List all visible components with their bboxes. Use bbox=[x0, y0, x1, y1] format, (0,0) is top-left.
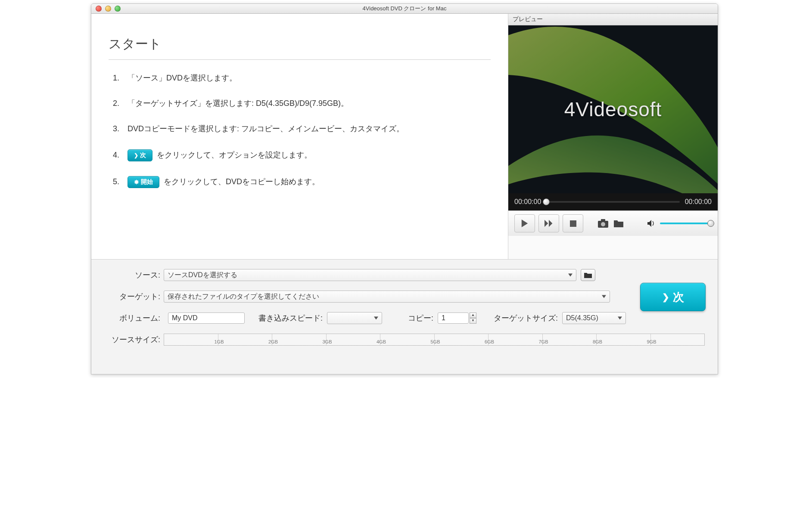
play-button[interactable] bbox=[514, 214, 535, 232]
step-text: 「ターゲットサイズ」を選択します: D5(4.35GB)/D9(7.95GB)。 bbox=[128, 98, 348, 109]
window-controls bbox=[91, 6, 121, 12]
open-folder-button[interactable] bbox=[613, 217, 625, 229]
source-label: ソース: bbox=[104, 270, 164, 280]
target-select[interactable]: 保存されたファイルのタイプを選択してください bbox=[164, 291, 610, 303]
target-size-select[interactable]: D5(4.35G) bbox=[562, 312, 626, 324]
mini-button-label: 次 bbox=[140, 152, 146, 159]
copies-input[interactable] bbox=[438, 312, 469, 324]
time-total: 00:00:00 bbox=[685, 198, 712, 206]
next-button-label: 次 bbox=[673, 290, 684, 305]
camera-icon bbox=[597, 219, 609, 228]
svg-rect-3 bbox=[601, 219, 605, 221]
copies-step-up[interactable]: ▲ bbox=[470, 312, 476, 318]
write-speed-select[interactable] bbox=[327, 312, 382, 324]
volume-label: ボリューム: bbox=[104, 313, 164, 323]
source-select-value: ソースDVDを選択する bbox=[168, 271, 237, 280]
source-size-label: ソースサイズ: bbox=[104, 334, 164, 345]
copies-spinner: ▲ ▼ bbox=[438, 312, 476, 324]
source-select[interactable]: ソースDVDを選択する bbox=[164, 269, 576, 281]
scrub-knob[interactable] bbox=[543, 198, 550, 205]
volume-icon bbox=[647, 220, 657, 227]
volume-knob[interactable] bbox=[707, 220, 714, 227]
volume-slider[interactable] bbox=[660, 223, 712, 224]
copies-label: コピー: bbox=[408, 313, 433, 323]
step-text: 「ソース」DVDを選択します。 bbox=[128, 73, 237, 84]
write-speed-label: 書き込みスピード: bbox=[258, 313, 323, 323]
source-row: ソース: ソースDVDを選択する bbox=[104, 269, 705, 281]
fast-forward-button[interactable] bbox=[538, 214, 559, 232]
options-pane: ソース: ソースDVDを選択する ターゲット: 保存されたファイルのタイプを選択… bbox=[91, 259, 718, 374]
start-mini-button[interactable]: ✸ 開始 bbox=[128, 176, 159, 188]
target-select-value: 保存されたファイルのタイプを選択してください bbox=[168, 292, 319, 301]
start-pane: スタート 1. 「ソース」DVDを選択します。 2. 「ターゲットサイズ」を選択… bbox=[91, 14, 508, 259]
step-number: 5. bbox=[113, 177, 128, 186]
titlebar: 4Videosoft DVD クローン for Mac bbox=[91, 4, 718, 14]
svg-point-4 bbox=[601, 222, 605, 226]
preview-header: プレビュー bbox=[508, 14, 718, 25]
target-row: ターゲット: 保存されたファイルのタイプを選択してください bbox=[104, 291, 705, 303]
step-number: 4. bbox=[113, 151, 128, 160]
next-mini-button[interactable]: ❯ 次 bbox=[128, 149, 152, 161]
time-current: 00:00:00 bbox=[514, 198, 541, 206]
volume-control bbox=[647, 220, 712, 227]
play-icon bbox=[521, 220, 529, 227]
chevron-right-icon: ❯ bbox=[662, 292, 669, 302]
stop-button[interactable] bbox=[563, 214, 583, 232]
chevron-right-icon: ❯ bbox=[134, 152, 138, 158]
snapshot-button[interactable] bbox=[597, 217, 609, 229]
volume-input[interactable] bbox=[168, 312, 245, 324]
step-text: をクリックして、DVDをコピーし始めます。 bbox=[164, 176, 320, 187]
flame-icon: ✸ bbox=[134, 179, 139, 186]
svg-rect-1 bbox=[570, 220, 576, 227]
step-text: をクリックして、オプションを設定します。 bbox=[157, 150, 312, 161]
fast-forward-icon bbox=[545, 220, 553, 227]
source-size-meter: 1GB 2GB 3GB 4GB 5GB 6GB 7GB 8GB 9GB bbox=[164, 334, 705, 346]
size-ticks: 1GB 2GB 3GB 4GB 5GB 6GB 7GB 8GB 9GB bbox=[164, 334, 704, 345]
step-number: 2. bbox=[113, 99, 128, 108]
step-text: DVDコピーモードを選択します: フルコピー、メインムービー、カスタマイズ。 bbox=[128, 124, 404, 134]
zoom-icon[interactable] bbox=[115, 6, 121, 12]
preview-viewport: 4Videosoft bbox=[508, 25, 718, 193]
target-label: ターゲット: bbox=[104, 291, 164, 302]
copies-step-down[interactable]: ▼ bbox=[470, 318, 476, 324]
step-number: 3. bbox=[113, 124, 128, 133]
folder-icon bbox=[584, 272, 592, 278]
next-button[interactable]: ❯ 次 bbox=[640, 283, 706, 311]
options-row: ボリューム: 書き込みスピード: コピー: ▲ ▼ ターゲットサイズ: D5(4… bbox=[104, 312, 705, 324]
start-heading: スタート bbox=[109, 35, 491, 53]
stop-icon bbox=[570, 220, 576, 227]
step-item: 3. DVDコピーモードを選択します: フルコピー、メインムービー、カスタマイズ… bbox=[113, 124, 491, 134]
preview-pane: プレビュー 4Videosoft bbox=[508, 14, 718, 259]
source-size-row: ソースサイズ: 1GB 2GB 3GB 4GB 5GB 6GB 7GB 8GB … bbox=[104, 334, 705, 346]
step-number: 1. bbox=[113, 74, 128, 83]
scrub-bar: 00:00:00 00:00:00 bbox=[508, 193, 718, 210]
step-item: 2. 「ターゲットサイズ」を選択します: D5(4.35GB)/D9(7.95G… bbox=[113, 98, 491, 109]
window-title: 4Videosoft DVD クローン for Mac bbox=[91, 4, 718, 13]
step-item: 4. ❯ 次 をクリックして、オプションを設定します。 bbox=[113, 149, 491, 161]
browse-source-button[interactable] bbox=[581, 269, 595, 281]
player-controls bbox=[508, 210, 718, 236]
step-list: 1. 「ソース」DVDを選択します。 2. 「ターゲットサイズ」を選択します: … bbox=[113, 73, 491, 188]
target-size-value: D5(4.35G) bbox=[566, 314, 598, 322]
mini-button-label: 開始 bbox=[141, 178, 153, 186]
divider bbox=[109, 59, 491, 60]
target-size-label: ターゲットサイズ: bbox=[494, 313, 558, 323]
step-item: 1. 「ソース」DVDを選択します。 bbox=[113, 73, 491, 84]
scrub-track[interactable] bbox=[546, 201, 679, 203]
minimize-icon[interactable] bbox=[105, 6, 111, 12]
step-item: 5. ✸ 開始 をクリックして、DVDをコピーし始めます。 bbox=[113, 176, 491, 188]
close-icon[interactable] bbox=[96, 6, 102, 12]
app-window: 4Videosoft DVD クローン for Mac スタート 1. 「ソース… bbox=[91, 3, 718, 374]
folder-icon bbox=[613, 219, 624, 228]
preview-brand-text: 4Videosoft bbox=[564, 98, 662, 121]
